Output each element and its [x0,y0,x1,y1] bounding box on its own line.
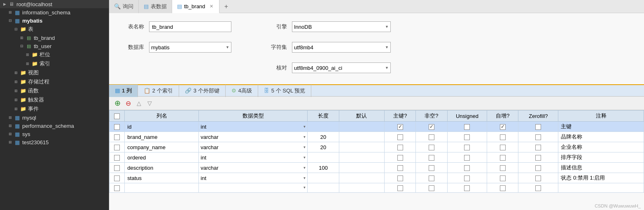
row-default-cell[interactable] [339,152,385,163]
row-checkbox[interactable] [397,124,403,130]
row-auto-cell[interactable] [487,173,518,183]
row-unsigned-cell[interactable] [447,132,487,142]
row-checkbox[interactable] [397,175,403,181]
row-auto-cell[interactable] [487,152,518,163]
row-unsigned-cell[interactable] [447,183,487,193]
type-dropdown-arrow[interactable]: ▼ [302,145,308,149]
row-checkbox[interactable] [535,185,541,191]
sidebar-server[interactable]: ▶ 🖥 root@localhost [0,0,109,8]
row-checkbox[interactable] [114,185,120,191]
name-input[interactable] [125,183,198,192]
row-checkbox[interactable] [500,124,506,130]
sidebar-item-lanwei[interactable]: ⊞ 📁 栏位 [0,50,109,59]
row-type-cell[interactable]: ▼ [199,152,308,163]
row-length-cell[interactable] [308,173,339,183]
row-checkbox[interactable] [464,175,470,181]
row-zerofill-cell[interactable] [518,173,558,183]
row-check-cell[interactable] [110,132,125,142]
row-checkbox[interactable] [535,175,541,181]
row-checkbox[interactable] [397,155,403,161]
row-notnull-cell[interactable] [416,173,447,183]
row-unsigned-cell[interactable] [447,152,487,163]
row-checkbox[interactable] [429,124,434,130]
type-input[interactable] [199,174,301,182]
chufaqi-expander[interactable]: ⊞ [13,97,19,103]
row-notnull-cell[interactable] [416,163,447,173]
row-checkbox[interactable] [429,175,434,181]
row-name-cell[interactable] [125,152,199,163]
row-checkbox[interactable] [535,145,541,150]
row-check-cell[interactable] [110,122,125,132]
row-name-cell[interactable] [125,173,199,183]
row-checkbox[interactable] [464,185,470,191]
header-check[interactable] [110,111,125,122]
row-checkbox[interactable] [114,145,120,150]
row-checkbox[interactable] [464,165,470,171]
name-input[interactable] [125,133,198,141]
row-auto-cell[interactable] [487,142,518,152]
sidebar-item-cunchu[interactable]: ⊞ 📁 存储过程 [0,77,109,86]
row-checkbox[interactable] [114,175,120,181]
row-checkbox[interactable] [464,134,470,140]
row-checkbox[interactable] [114,134,120,140]
row-default-cell[interactable] [339,173,385,183]
row-length-cell[interactable]: 100 [308,163,339,173]
row-name-cell[interactable] [125,122,199,132]
row-check-cell[interactable] [110,163,125,173]
tb-user-expander[interactable]: ⊟ [19,43,25,49]
tab-tabledata[interactable]: ▤ 表数据 [139,0,172,13]
lanwei-expander[interactable]: ⊞ [25,52,30,58]
hanshu-expander[interactable]: ⊞ [13,88,19,94]
type-dropdown-arrow[interactable]: ▼ [302,135,308,139]
sidebar-item-sys[interactable]: ⊞ ▦ sys [0,130,109,138]
row-checkbox[interactable] [464,155,470,161]
row-checkbox[interactable] [429,155,434,161]
sidebar-item-biao[interactable]: ⊟ 📁 表 [0,25,109,34]
row-name-cell[interactable] [125,132,199,142]
row-checkbox[interactable] [114,155,120,161]
row-checkbox[interactable] [429,145,434,150]
row-length-cell[interactable] [308,183,339,193]
info-expander[interactable]: ⊞ [7,9,13,15]
type-input[interactable] [199,122,301,131]
row-check-cell[interactable] [110,173,125,183]
tab-add-button[interactable]: + [219,0,233,13]
row-zerofill-cell[interactable] [518,163,558,173]
row-notnull-cell[interactable] [416,152,447,163]
row-notnull-cell[interactable] [416,183,447,193]
row-length-cell[interactable] [308,122,339,132]
row-checkbox[interactable] [397,134,403,140]
row-zerofill-cell[interactable] [518,183,558,193]
row-checkbox[interactable] [114,165,120,171]
row-type-cell[interactable]: ▼ [199,132,308,142]
sys-expander[interactable]: ⊞ [7,131,13,137]
row-checkbox[interactable] [500,145,506,150]
row-name-cell[interactable] [125,183,199,193]
type-dropdown-arrow[interactable]: ▼ [302,186,308,189]
sub-tab-fk[interactable]: 🔗 3 个外部键 [179,85,226,97]
row-unsigned-cell[interactable] [447,173,487,183]
shijian-expander[interactable]: ⊞ [13,106,19,112]
type-input[interactable] [199,183,301,192]
row-zerofill-cell[interactable] [518,122,558,132]
row-name-cell[interactable] [125,163,199,173]
biao-expander[interactable]: ⊟ [13,26,19,32]
type-dropdown-arrow[interactable]: ▼ [302,176,308,180]
row-checkbox[interactable] [500,185,506,191]
row-pk-cell[interactable] [385,163,416,173]
row-check-cell[interactable] [110,142,125,152]
mybatis-expander[interactable]: ⊟ [7,18,13,23]
row-checkbox[interactable] [429,134,434,140]
row-unsigned-cell[interactable] [447,163,487,173]
type-input[interactable] [199,153,301,162]
row-checkbox[interactable] [500,155,506,161]
row-zerofill-cell[interactable] [518,132,558,142]
move-up-button[interactable]: △ [134,98,144,108]
row-checkbox[interactable] [464,124,470,130]
sidebar-item-tb_brand[interactable]: ⊞ ▤ tb_brand [0,34,109,42]
row-checkbox[interactable] [397,185,403,191]
row-pk-cell[interactable] [385,122,416,132]
name-input[interactable] [125,143,198,152]
sidebar-item-chufaqi[interactable]: ⊞ 📁 触发器 [0,95,109,104]
row-unsigned-cell[interactable] [447,122,487,132]
